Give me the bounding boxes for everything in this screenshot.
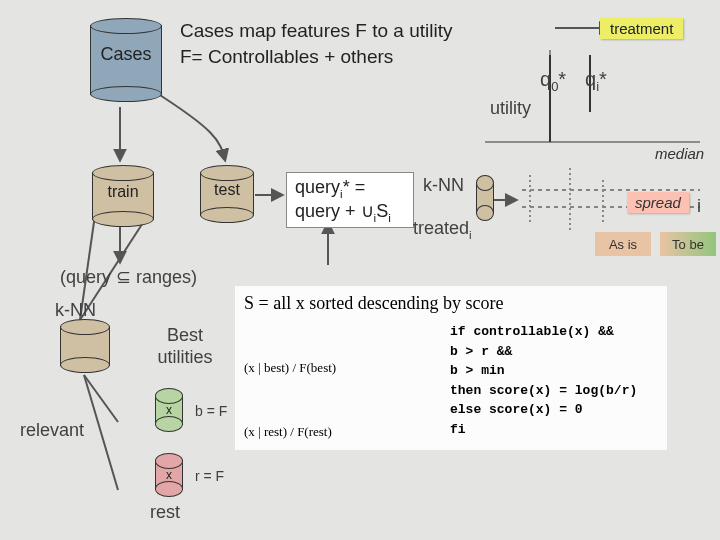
svg-line-6 bbox=[84, 375, 118, 422]
knn-cylinder-label: k-NN bbox=[55, 300, 96, 321]
qi-star-label: qi* bbox=[585, 68, 607, 94]
header-text: Cases map features F to a utility F= Con… bbox=[180, 18, 500, 69]
spread-label: spread bbox=[627, 192, 689, 213]
test-cylinder-label: test bbox=[201, 181, 253, 199]
header-line1: Cases map features F to a utility bbox=[180, 18, 500, 44]
formula-r1: if controllable(x) && bbox=[450, 322, 637, 342]
formula-r5: else score(x) = 0 bbox=[450, 400, 637, 420]
treatment-label: treatment bbox=[600, 18, 683, 39]
r-eq-label: r = F bbox=[195, 468, 224, 484]
b-eq-label: b = F bbox=[195, 403, 227, 419]
utility-axis-label: utility bbox=[490, 98, 531, 119]
as-is-label: As is bbox=[595, 232, 651, 256]
treated-label: treatedi bbox=[413, 218, 472, 241]
rest-label: rest bbox=[150, 502, 180, 523]
x-rest-cylinder-label: x bbox=[166, 468, 172, 482]
best-utilities-label: Best utilities bbox=[145, 325, 225, 368]
to-be-label: To be bbox=[660, 232, 716, 256]
formula-r4: then score(x) = log(b/r) bbox=[450, 381, 637, 401]
treated-cylinder bbox=[476, 182, 494, 214]
train-cylinder: train bbox=[92, 172, 154, 220]
query-box-line1: queryi* = bbox=[295, 177, 405, 200]
x-rest-cylinder: x bbox=[155, 460, 183, 490]
formula-top: S = all x sorted descending by score bbox=[236, 287, 666, 318]
formula-left-col: (x | best) / F(best) (x | rest) / F(rest… bbox=[236, 318, 442, 449]
header-line2: F= Controllables + others bbox=[180, 44, 500, 70]
formula-left-line2: (x | rest) / F(rest) bbox=[244, 422, 434, 442]
formula-right-col: if controllable(x) && b > r && b > min t… bbox=[442, 318, 645, 449]
x-best-cylinder: x bbox=[155, 395, 183, 425]
test-cylinder: test bbox=[200, 172, 254, 216]
train-cylinder-label: train bbox=[93, 183, 153, 201]
formula-r2: b > r && bbox=[450, 342, 637, 362]
cases-cylinder-label: Cases bbox=[91, 44, 161, 65]
cases-cylinder: Cases bbox=[90, 25, 162, 95]
knn-cylinder bbox=[60, 326, 110, 366]
x-best-cylinder-label: x bbox=[166, 403, 172, 417]
q0-star-label: q0* bbox=[540, 68, 566, 94]
query-box: queryi* = query + ∪iSi bbox=[286, 172, 414, 228]
query-box-line2: query + ∪iSi bbox=[295, 200, 405, 224]
formula-block: S = all x sorted descending by score (x … bbox=[235, 286, 667, 450]
svg-line-7 bbox=[84, 375, 118, 490]
formula-r6: fi bbox=[450, 420, 637, 440]
median-label: median bbox=[655, 145, 704, 162]
knn-label: k-NN bbox=[423, 175, 464, 196]
formula-r3: b > min bbox=[450, 361, 637, 381]
relevant-label: relevant bbox=[20, 420, 84, 441]
query-in-ranges-label: (query ⊆ ranges) bbox=[60, 266, 197, 288]
i-index-label: i bbox=[697, 196, 701, 217]
formula-left-line1: (x | best) / F(best) bbox=[244, 358, 434, 378]
